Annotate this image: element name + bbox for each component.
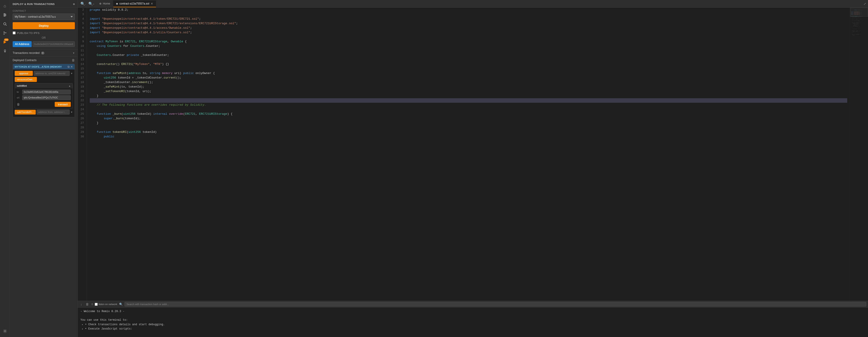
approve-button[interactable]: approve	[15, 71, 33, 76]
uri-input[interactable]	[22, 95, 71, 100]
svg-rect-4	[4, 16, 5, 17]
publish-checkbox[interactable]	[13, 31, 16, 34]
home-nav-icon[interactable]: ⌂	[1, 2, 9, 10]
safemint-clear-icon[interactable]: 🗑	[17, 103, 20, 106]
at-address-row: At Address	[13, 41, 75, 47]
git-nav-icon[interactable]	[1, 29, 9, 37]
safetransfer-chevron[interactable]: ▼	[70, 111, 73, 113]
approve-input[interactable]	[34, 71, 70, 76]
code-line-21: }	[90, 94, 847, 98]
terminal-search-icon: 🔍	[119, 303, 123, 306]
safemint-body: to: uri: 🗑 transact	[15, 88, 72, 108]
contract-instance-header[interactable]: MYTOKEN AT 0XDFE...A7E09 (MEMORY ⧉ ✕	[13, 64, 74, 69]
tab-home-label: Home	[103, 2, 110, 5]
uri-label: uri:	[17, 96, 21, 99]
code-line-24	[90, 107, 847, 112]
contract-instance: MYTOKEN AT 0XDFE...A7E09 (MEMORY ⧉ ✕ app…	[13, 64, 75, 117]
contract-instance-body: approve ▼ renounceOwn... safeMint ▲	[13, 69, 74, 117]
code-editor[interactable]: 2 3 4 5 6 7 8 9 10 11 12 13 14 15 16 17 …	[78, 8, 850, 301]
transactions-left: Transactions recorded 0	[13, 51, 44, 55]
tab-close-icon[interactable]: ✕	[151, 2, 153, 5]
safemint-actions: 🗑 transact	[17, 101, 71, 107]
minimap: pragma solidity 0.8.2; import "@openzepp…	[850, 8, 868, 301]
code-line-3	[90, 12, 847, 17]
editor-tabs: 🔍- 🔍+ ⊕ Home ◈ contract-a13a75557a.sol ✕…	[78, 0, 868, 8]
safetransfer-input[interactable]	[37, 110, 70, 114]
close-instance-icon[interactable]: ✕	[70, 65, 73, 68]
at-address-input[interactable]	[33, 41, 75, 47]
listen-network-checkbox[interactable]	[95, 303, 98, 306]
renounce-button[interactable]: renounceOwn...	[15, 77, 37, 82]
svg-point-15	[4, 331, 6, 332]
listen-checkbox[interactable]: listen on network	[95, 303, 117, 306]
terminal-clear-icon[interactable]: 🗑	[85, 302, 90, 306]
terminal-list: • Check transactions details and start d…	[85, 322, 865, 331]
settings-nav-icon[interactable]	[1, 327, 9, 335]
terminal-search-input[interactable]	[125, 302, 866, 306]
svg-rect-3	[4, 16, 6, 16]
code-line-6: import "@openzeppelin/contracts@4.4.1/ac…	[90, 26, 847, 30]
safemint-title: safeMint	[17, 84, 27, 87]
terminal-content: - Welcome to Remix 0.20.3 - You can use …	[78, 308, 868, 337]
contract-tab-icon: ◈	[116, 2, 118, 5]
terminal-welcome: - Welcome to Remix 0.20.3 -	[81, 309, 865, 314]
tab-contract[interactable]: ◈ contract-a13a75557a.sol ✕	[113, 0, 156, 7]
transactions-row[interactable]: Transactions recorded 0 ▼	[10, 49, 78, 56]
clear-deployed-icon[interactable]: 🗑	[72, 58, 75, 62]
tab-expand-icon[interactable]: ⤢	[864, 2, 866, 6]
terminal: ↓ 🗑 0 listen on network 🔍 - Welcome to R…	[78, 301, 868, 337]
deploy-button[interactable]: Deploy	[13, 22, 75, 29]
svg-line-6	[6, 25, 6, 26]
code-content[interactable]: pragma solidity 0.8.2; import "@openzepp…	[87, 8, 850, 301]
contract-label: CONTRACT	[13, 10, 75, 12]
code-line-22	[90, 98, 847, 103]
safemint-header[interactable]: safeMint ▲	[15, 83, 72, 88]
approve-chevron[interactable]: ▼	[70, 72, 73, 75]
panel-title: DEPLOY & RUN TRANSACTIONS	[13, 3, 55, 5]
param-to-row: to:	[17, 90, 71, 94]
svg-rect-1	[4, 14, 6, 15]
code-line-27: }	[90, 121, 847, 125]
code-line-26: super._burn(tokenId);	[90, 116, 847, 121]
code-line-4: import "@openzeppelin/contracts@4.4.1/to…	[90, 17, 847, 21]
code-line-23: // The following functions are overrides…	[90, 103, 847, 107]
terminal-line-1: You can use this terminal to:	[81, 318, 865, 322]
transactions-label: Transactions recorded	[13, 51, 39, 55]
main-area: 🔍- 🔍+ ⊕ Home ◈ contract-a13a75557a.sol ✕…	[78, 0, 868, 337]
code-line-16: function safeMint(address to, string mem…	[90, 71, 847, 76]
terminal-list-item-2: • Execute JavaScript scripts:	[85, 327, 865, 331]
zoom-in-button[interactable]: 🔍+	[88, 1, 95, 6]
search-nav-icon[interactable]	[1, 20, 9, 28]
deployed-title: Deployed Contracts	[13, 59, 36, 62]
code-line-2: pragma solidity 0.8.2;	[90, 8, 847, 12]
tab-home[interactable]: ⊕ Home	[96, 1, 113, 7]
code-line-19: _safeMint(to, tokenId);	[90, 85, 847, 89]
transact-button[interactable]: transact	[55, 102, 71, 107]
safemint-chevron[interactable]: ▲	[68, 85, 71, 87]
debug-nav-icon[interactable]	[1, 47, 9, 55]
to-input[interactable]	[22, 90, 71, 94]
icon-bar: ⌂ 121	[0, 0, 10, 337]
deploy-badge: 121	[4, 38, 8, 41]
code-line-14: constructor() ERC721("MyToken", "MTK") {…	[90, 62, 847, 66]
svg-point-7	[4, 31, 4, 32]
minimap-viewport	[850, 8, 868, 17]
code-line-11	[90, 49, 847, 53]
safetransfer-button[interactable]: safeTransferFr...	[15, 110, 36, 114]
zoom-out-button[interactable]: 🔍-	[80, 1, 87, 6]
editor-area: 2 3 4 5 6 7 8 9 10 11 12 13 14 15 16 17 …	[78, 8, 868, 301]
panel-header: DEPLOY & RUN TRANSACTIONS ≡	[10, 0, 78, 7]
param-uri-row: uri:	[17, 95, 71, 100]
panel-menu-icon[interactable]: ≡	[73, 2, 75, 6]
terminal-down-icon[interactable]: ↓	[80, 302, 83, 306]
deploy-nav-icon[interactable]: 121	[1, 38, 9, 46]
contract-instance-actions: ⧉ ✕	[68, 65, 73, 68]
contract-select[interactable]: MyToken - contract-a13a75557a.s	[13, 13, 75, 20]
code-line-12: Counters.Counter private _tokenIdCounter…	[90, 53, 847, 57]
code-line-5: import "@openzeppelin/contracts@4.4.1/to…	[90, 21, 847, 26]
copy-instance-icon[interactable]: ⧉	[68, 65, 70, 68]
code-line-25: function _burn(uint256 tokenId) internal…	[90, 112, 847, 116]
svg-point-5	[4, 23, 6, 25]
files-nav-icon[interactable]	[1, 11, 9, 19]
at-address-button[interactable]: At Address	[13, 41, 32, 47]
